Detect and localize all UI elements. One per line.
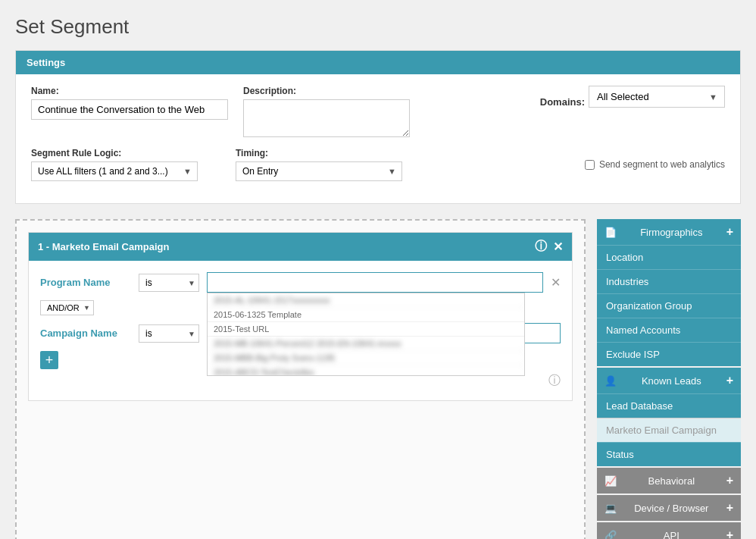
segment-rule-select[interactable]: Use ALL filters (1 and 2 and 3...) (31, 161, 198, 181)
right-panel: 📄 Firmographics + Location Industries Or… (597, 219, 741, 539)
description-label: Description: (243, 86, 410, 96)
exclude-isp-item[interactable]: Exclude ISP (597, 342, 741, 366)
close-icon[interactable]: ✕ (553, 240, 563, 254)
andor-select[interactable]: AND/OR (40, 300, 94, 315)
segment-area: 1 - Marketo Email Campaign ⓘ ✕ Program N… (15, 219, 586, 539)
status-item[interactable]: Status (597, 442, 741, 466)
name-input[interactable] (31, 99, 228, 120)
program-name-operator[interactable]: is (139, 274, 199, 292)
firmographics-icon: 📄 (604, 227, 617, 238)
industries-item[interactable]: Industries (597, 269, 741, 293)
campaign-name-operator[interactable]: is (139, 324, 199, 343)
location-item[interactable]: Location (597, 245, 741, 269)
api-label: API (664, 530, 679, 540)
help-circle-icon[interactable]: ⓘ (535, 239, 547, 255)
settings-panel: Settings Name: Description: Domains: All… (15, 50, 741, 204)
marketo-campaign-item[interactable]: Marketo Email Campaign (597, 418, 741, 442)
add-filter-button[interactable]: + (40, 351, 58, 369)
campaign-title: 1 - Marketo Email Campaign (38, 241, 169, 252)
dropdown-item[interactable]: 2015-Test URL (208, 322, 524, 337)
known-leads-label: Known Leads (642, 375, 701, 387)
device-icon: 💻 (604, 503, 617, 514)
behavioral-header[interactable]: 📈 Behavioral + (597, 468, 741, 494)
known-leads-plus-icon[interactable]: + (726, 374, 733, 387)
domains-select[interactable]: All Selected (589, 86, 725, 108)
analytics-label: Send segment to web analytics (599, 159, 725, 170)
known-leads-header[interactable]: 👤 Known Leads + (597, 368, 741, 393)
named-accounts-item[interactable]: Named Accounts (597, 318, 741, 342)
help-icon[interactable]: ⓘ (548, 373, 561, 389)
device-plus-icon[interactable]: + (726, 501, 733, 515)
timing-select[interactable]: On Entry (236, 161, 402, 181)
program-name-clear[interactable]: ✕ (551, 275, 561, 290)
program-name-label: Program Name (40, 277, 131, 288)
name-label: Name: (31, 86, 228, 96)
behavioral-label: Behavioral (648, 475, 695, 487)
campaign-block: 1 - Marketo Email Campaign ⓘ ✕ Program N… (28, 232, 573, 401)
dropdown-item[interactable]: 2015-06-1325 Template (208, 308, 524, 322)
api-section: 🔗 API + (597, 522, 741, 539)
firmographics-section: 📄 Firmographics + Location Industries Or… (597, 219, 741, 366)
campaign-name-label: Campaign Name (40, 327, 131, 339)
known-leads-icon: 👤 (604, 375, 617, 387)
behavioral-section: 📈 Behavioral + (597, 468, 741, 494)
device-browser-label: Device / Browser (634, 503, 708, 514)
device-browser-header[interactable]: 💻 Device / Browser + (597, 495, 741, 521)
segment-rule-label: Segment Rule Logic: (31, 148, 198, 158)
settings-header: Settings (16, 51, 740, 74)
firmographics-header[interactable]: 📄 Firmographics + (597, 219, 741, 245)
dropdown-item[interactable]: 2015-MBB-Big Proty Svero-1195 (208, 351, 524, 365)
program-name-dropdown: 2015-AL-10641-1517xxxxxxxxx 2015-06-1325… (207, 293, 525, 376)
firmographics-plus-icon[interactable]: + (726, 225, 733, 239)
behavioral-icon: 📈 (604, 475, 617, 487)
main-content: 1 - Marketo Email Campaign ⓘ ✕ Program N… (15, 219, 741, 539)
api-icon: 🔗 (604, 530, 617, 540)
dropdown-item[interactable]: 2015-MB-10641-Percent12 2015-EN-10641-in… (208, 337, 524, 351)
dropdown-item[interactable]: 2015-AL-10641-1517xxxxxxxxx (208, 293, 524, 308)
domains-label: Domains: (540, 96, 585, 108)
timing-label: Timing: (236, 148, 402, 158)
org-group-item[interactable]: Organization Group (597, 293, 741, 318)
analytics-checkbox[interactable] (585, 160, 595, 170)
firmographics-label: Firmographics (640, 227, 702, 238)
program-name-input[interactable] (207, 272, 543, 293)
campaign-header: 1 - Marketo Email Campaign ⓘ ✕ (29, 233, 572, 261)
description-input[interactable] (243, 99, 410, 137)
api-plus-icon[interactable]: + (726, 528, 733, 539)
lead-database-item[interactable]: Lead Database (597, 393, 741, 418)
dropdown-item[interactable]: 2015-ABCD-TestCheckAbx (208, 365, 524, 376)
api-header[interactable]: 🔗 API + (597, 522, 741, 539)
program-name-row: Program Name is 2015-AL-10641-1517xxxxxx… (40, 272, 561, 293)
device-browser-section: 💻 Device / Browser + (597, 495, 741, 521)
behavioral-plus-icon[interactable]: + (726, 474, 733, 487)
known-leads-section: 👤 Known Leads + Lead Database Marketo Em… (597, 368, 741, 466)
page-title: Set Segment (15, 15, 741, 39)
